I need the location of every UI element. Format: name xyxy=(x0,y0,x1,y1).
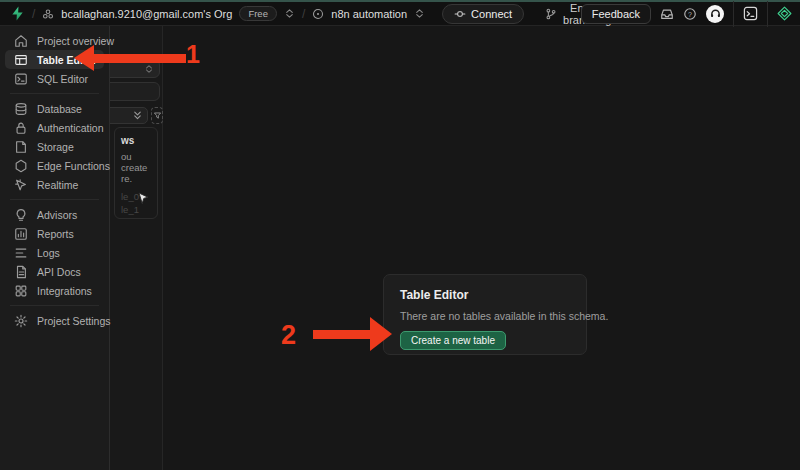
sidebar-item-authentication[interactable]: Authentication xyxy=(5,118,104,137)
empty-state-title-fragment: ws xyxy=(121,135,157,146)
help-icon[interactable]: ? xyxy=(683,7,697,21)
connect-button[interactable]: Connect xyxy=(442,4,524,24)
topbar: / bcallaghan.9210@gmail.com's Org Free /… xyxy=(0,0,800,26)
plan-badge: Free xyxy=(239,6,277,21)
annotation-step-2-number: 2 xyxy=(281,320,296,351)
realtime-pointer-icon xyxy=(14,178,28,192)
chevron-up-down-icon xyxy=(144,64,154,74)
sidebar-item-api-docs[interactable]: API Docs xyxy=(5,262,104,281)
sidebar-item-edge-functions[interactable]: Edge Functions xyxy=(5,156,104,175)
empty-card-message: There are no tables available in this sc… xyxy=(400,310,570,322)
plug-icon xyxy=(454,8,466,20)
lock-icon xyxy=(14,121,28,135)
project-switcher-chevron-icon[interactable] xyxy=(414,8,425,19)
mouse-cursor-icon xyxy=(138,192,150,205)
svg-text:?: ? xyxy=(688,10,692,17)
tables-empty-state-card: ws ou create re. le_0 le_1 le_2 le_3 xyxy=(114,127,158,219)
sidebar-item-realtime[interactable]: Realtime xyxy=(5,175,104,194)
empty-state-text-fragment: re. xyxy=(121,173,157,184)
document-icon xyxy=(14,265,28,279)
double-chevron-down-icon xyxy=(132,110,143,121)
empty-state-text-fragment: ou create xyxy=(121,151,157,173)
sidebar-item-label: Advisors xyxy=(37,209,77,221)
organization-icon xyxy=(42,8,54,20)
sidebar-item-label: API Docs xyxy=(37,266,81,278)
sidebar-item-reports[interactable]: Reports xyxy=(5,224,104,243)
main-content xyxy=(164,26,800,470)
sidebar-item-project-settings[interactable]: Project Settings xyxy=(5,311,104,330)
ghost-table-row: le_2 xyxy=(121,217,157,219)
sidebar-item-database[interactable]: Database xyxy=(5,99,104,118)
create-new-table-button[interactable]: Create a new table xyxy=(400,331,506,350)
blocks-icon xyxy=(14,284,28,298)
funnel-icon xyxy=(153,111,162,120)
annotation-arrow-2-shaft xyxy=(313,330,371,339)
sidebar-item-integrations[interactable]: Integrations xyxy=(5,281,104,300)
supabase-logo-icon[interactable] xyxy=(10,6,25,21)
sidebar-item-label: Project Settings xyxy=(37,315,111,327)
storage-file-icon xyxy=(14,140,28,154)
feedback-button[interactable]: Feedback xyxy=(581,4,651,24)
project-icon xyxy=(312,8,324,20)
ghost-table-row: le_1 xyxy=(121,205,157,216)
table-icon xyxy=(14,53,28,67)
breadcrumb-separator: / xyxy=(32,7,35,21)
annotation-arrow-2-head xyxy=(370,317,392,351)
annotation-arrow-1-shaft xyxy=(92,54,186,63)
chart-icon xyxy=(14,227,28,241)
org-switcher-chevron-icon[interactable] xyxy=(284,8,295,19)
filter-tables-button[interactable] xyxy=(151,107,163,124)
empty-card-title: Table Editor xyxy=(400,288,570,302)
sidebar-item-label: Authentication xyxy=(37,122,104,134)
sidebar-divider xyxy=(10,305,99,306)
terminal-panel-icon[interactable] xyxy=(743,6,758,21)
logs-icon xyxy=(14,246,28,260)
user-avatar[interactable] xyxy=(706,5,724,23)
breadcrumb-project-name[interactable]: n8n automation xyxy=(331,8,407,20)
sidebar-item-sql-editor[interactable]: SQL Editor xyxy=(5,69,104,88)
hexagon-icon xyxy=(14,159,28,173)
topbar-divider xyxy=(767,1,768,27)
topbar-divider xyxy=(733,1,734,27)
ai-assistant-diamond-icon[interactable] xyxy=(777,6,792,21)
sidebar-item-label: Edge Functions xyxy=(37,160,110,172)
sidebar-item-logs[interactable]: Logs xyxy=(5,243,104,262)
inbox-icon[interactable] xyxy=(660,7,674,21)
home-icon xyxy=(14,34,28,48)
table-editor-side-panel: ws ou create re. le_0 le_1 le_2 le_3 xyxy=(110,26,163,470)
annotation-arrow-1-head xyxy=(74,45,94,71)
sidebar-item-label: Logs xyxy=(37,247,60,259)
sidebar-item-label: Storage xyxy=(37,141,74,153)
connect-label: Connect xyxy=(471,8,512,20)
annotation-step-1-number: 1 xyxy=(186,40,200,69)
database-icon xyxy=(14,102,28,116)
sidebar-item-label: Database xyxy=(37,103,82,115)
sidebar-item-advisors[interactable]: Advisors xyxy=(5,205,104,224)
supabase-dashboard: / bcallaghan.9210@gmail.com's Org Free /… xyxy=(0,0,800,470)
sidebar-item-label: Realtime xyxy=(37,179,78,191)
gear-icon xyxy=(14,314,28,328)
sidebar-item-label: Integrations xyxy=(37,285,92,297)
breadcrumb-org-name[interactable]: bcallaghan.9210@gmail.com's Org xyxy=(61,8,232,20)
sql-terminal-icon xyxy=(14,72,28,86)
nav-sidebar: Project overview Table Editor SQL Editor… xyxy=(0,26,110,470)
sidebar-item-label: SQL Editor xyxy=(37,73,88,85)
sidebar-item-label: Reports xyxy=(37,228,74,240)
breadcrumb-separator: / xyxy=(302,7,305,21)
sidebar-divider xyxy=(10,93,99,94)
sidebar-item-storage[interactable]: Storage xyxy=(5,137,104,156)
git-branch-icon xyxy=(545,8,557,20)
lightbulb-icon xyxy=(14,208,28,222)
sidebar-divider xyxy=(10,199,99,200)
table-editor-empty-card: Table Editor There are no tables availab… xyxy=(383,274,587,355)
